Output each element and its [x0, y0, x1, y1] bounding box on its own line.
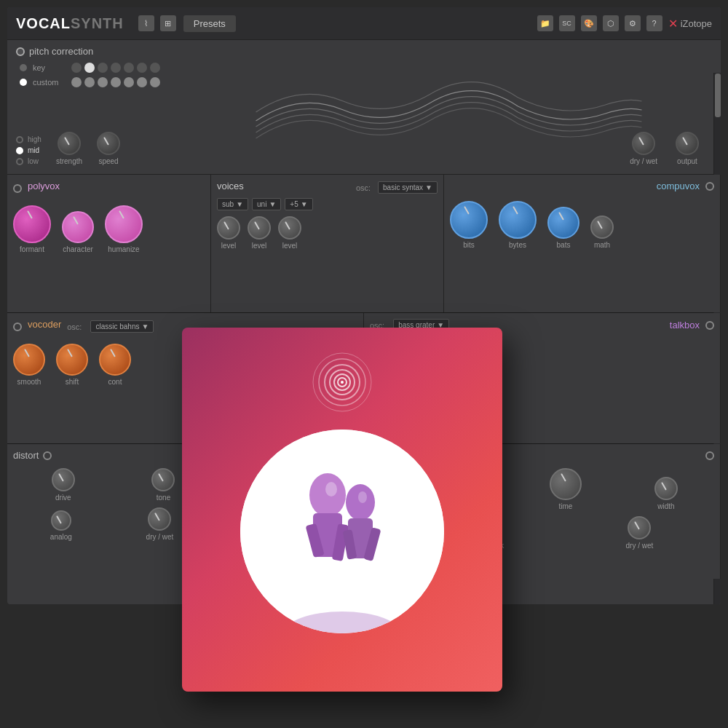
palette-icon[interactable]: 🎨	[581, 15, 597, 31]
math-knob[interactable]	[590, 215, 614, 239]
bats-knob[interactable]	[547, 207, 579, 239]
humanize-knob-wrap: humanize	[105, 205, 143, 253]
drive-knob-wrap: drive	[52, 468, 75, 502]
cont-knob[interactable]	[99, 344, 131, 376]
smooth-knob[interactable]	[13, 344, 45, 376]
folder-icon[interactable]: 📁	[537, 15, 553, 31]
album-spiral-logo	[309, 349, 375, 415]
custom-dot[interactable]	[20, 79, 27, 86]
compuvox-module: compuvox bits bytes bats math	[444, 175, 721, 312]
high-radio-dot	[16, 136, 23, 143]
album-card	[182, 328, 502, 692]
vocoder-osc-dropdown[interactable]: classic bahns ▼	[90, 320, 154, 333]
compuvox-header: compuvox	[450, 181, 714, 191]
character-knob-wrap: character	[62, 211, 94, 253]
svg-point-9	[309, 473, 346, 517]
dry-wet-output: dry / wet output	[630, 132, 699, 165]
note-b[interactable]	[150, 63, 160, 73]
sc-icon[interactable]: SC	[559, 15, 575, 31]
delay-power2[interactable]	[705, 451, 714, 460]
custom-note-6[interactable]	[137, 77, 147, 87]
compuvox-power[interactable]	[705, 182, 714, 191]
formant-knob[interactable]	[13, 205, 51, 243]
level1-knob-wrap: level	[217, 216, 240, 250]
strength-knob[interactable]	[58, 132, 81, 155]
level-knobs: level level level	[217, 216, 438, 250]
drive-knob[interactable]	[52, 468, 75, 491]
note-g[interactable]	[124, 63, 134, 73]
tone-knob[interactable]	[151, 468, 175, 491]
bluetooth-icon[interactable]: ⬡	[603, 15, 619, 31]
note-c[interactable]	[71, 63, 82, 73]
osc-control: osc: basic syntax ▼	[356, 181, 438, 194]
custom-note-5[interactable]	[124, 77, 134, 87]
vocoder-power[interactable]	[13, 323, 22, 331]
radio-low[interactable]: low	[16, 157, 41, 165]
output-knob[interactable]	[676, 132, 699, 155]
custom-note-2[interactable]	[84, 77, 95, 87]
bytes-knob[interactable]	[499, 201, 537, 239]
low-radio-dot	[16, 158, 23, 165]
dry-wet-knob-wrap: dry / wet	[630, 132, 657, 165]
note-e[interactable]	[98, 63, 108, 73]
level2-knob[interactable]	[248, 216, 271, 240]
level3-knob[interactable]	[278, 216, 301, 240]
voices-dropdowns: sub ▼ uni ▼ +5 ▼	[217, 198, 438, 210]
distort-power[interactable]	[43, 451, 52, 460]
presets-button[interactable]: Presets	[183, 15, 236, 32]
shift-knob[interactable]	[56, 344, 88, 376]
polyvox-power[interactable]	[13, 184, 22, 193]
custom-note-3[interactable]	[98, 77, 108, 87]
polyvox-header: polyvox	[13, 181, 205, 196]
time-knob[interactable]	[550, 468, 582, 500]
character-knob[interactable]	[62, 211, 94, 243]
pitch-power-button[interactable]	[16, 47, 25, 56]
settings-icon[interactable]: ⚙	[625, 15, 641, 31]
voices-module: voices osc: basic syntax ▼ sub ▼ uni ▼ +…	[211, 175, 444, 312]
distort-dry-wet-wrap: dry / wet	[146, 507, 174, 541]
delay-dry-wet-wrap: dry / wet	[626, 516, 654, 550]
math-knob-wrap: math	[590, 215, 614, 249]
custom-row: custom	[20, 77, 160, 87]
custom-note-7[interactable]	[150, 77, 160, 87]
distort-dry-wet-knob[interactable]	[148, 507, 171, 531]
width-knob[interactable]	[654, 477, 678, 500]
note-d[interactable]	[84, 63, 95, 73]
svg-point-18	[358, 491, 367, 503]
note-f[interactable]	[111, 63, 121, 73]
level1-knob[interactable]	[217, 216, 240, 240]
speed-knob-wrap: speed	[97, 132, 120, 165]
key-dot[interactable]	[20, 64, 27, 71]
bats-knob-wrap: bats	[547, 207, 579, 249]
bytes-knob-wrap: bytes	[499, 201, 537, 249]
polyvox-module: polyvox formant character humanize	[7, 175, 211, 312]
scrollbar-thumb[interactable]	[715, 74, 721, 117]
custom-note-4[interactable]	[111, 77, 121, 87]
modules-row-1: polyvox formant character humanize	[7, 175, 721, 313]
svg-point-17	[325, 482, 337, 496]
dry-wet-knob[interactable]	[632, 132, 655, 155]
freq-radio: high mid low	[16, 135, 41, 165]
help-icon[interactable]: ?	[646, 15, 662, 31]
voices-header: voices osc: basic syntax ▼	[217, 181, 438, 194]
note-a[interactable]	[137, 63, 147, 73]
bits-knob-wrap: bits	[450, 201, 488, 249]
analog-knob[interactable]	[51, 510, 71, 531]
width-knob-wrap: width	[654, 477, 678, 510]
radio-high[interactable]: high	[16, 135, 41, 143]
osc-dropdown[interactable]: basic syntax ▼	[378, 181, 438, 194]
key-dots	[71, 63, 160, 73]
humanize-knob[interactable]	[105, 205, 143, 243]
delay-dry-wet-knob[interactable]	[628, 516, 651, 539]
grid-icon[interactable]: ⊞	[160, 15, 176, 31]
radio-mid[interactable]: mid	[16, 146, 41, 154]
speed-knob[interactable]	[97, 132, 120, 155]
custom-note-1[interactable]	[71, 77, 82, 87]
uni-dropdown[interactable]: uni ▼	[252, 198, 281, 210]
sub-dropdown[interactable]: sub ▼	[217, 198, 248, 210]
bits-knob[interactable]	[450, 201, 488, 239]
waveform-icon[interactable]: ⌇	[138, 15, 154, 31]
plus5-dropdown[interactable]: +5 ▼	[285, 198, 312, 210]
shift-knob-wrap: shift	[56, 344, 88, 386]
talkbox-power[interactable]	[705, 321, 714, 330]
